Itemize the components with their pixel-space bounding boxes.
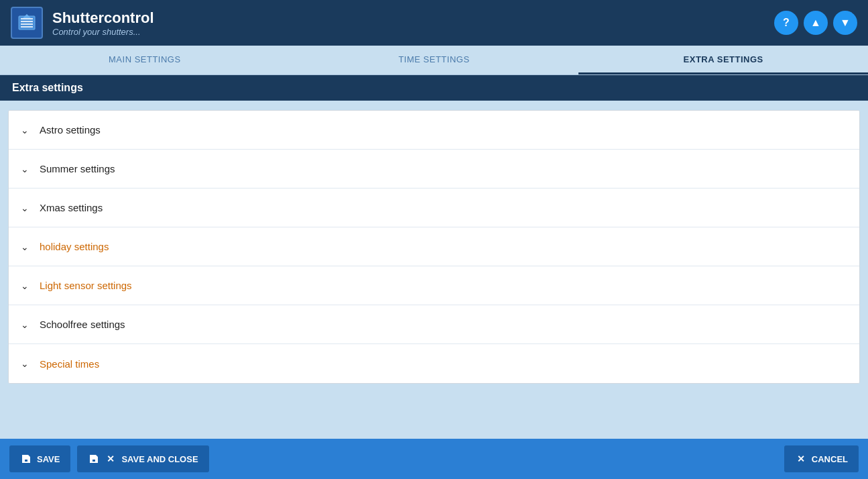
tab-main-settings[interactable]: MAIN SETTINGS (0, 46, 290, 74)
save-button[interactable]: SAVE (9, 445, 70, 472)
accordion-label-light-sensor: Light sensor settings (40, 280, 132, 291)
footer: SAVE ✕ SAVE AND CLOSE ✕ CANCEL (0, 439, 868, 479)
section-header: Extra settings (0, 75, 868, 101)
save-and-close-button[interactable]: ✕ SAVE AND CLOSE (77, 445, 208, 472)
accordion-item-special-times[interactable]: ⌄ Special times (9, 344, 859, 383)
cancel-button[interactable]: ✕ CANCEL (784, 445, 859, 472)
x-icon: ✕ (105, 453, 117, 465)
chevron-icon-holiday: ⌄ (21, 242, 29, 252)
accordion-item-xmas[interactable]: ⌄ Xmas settings (9, 189, 859, 227)
cancel-x-icon: ✕ (795, 453, 807, 465)
help-icon: ? (783, 17, 790, 29)
accordion-list: ⌄ Astro settings ⌄ Summer settings ⌄ Xma… (8, 110, 860, 384)
app-logo (11, 7, 43, 39)
cancel-label: CANCEL (812, 454, 848, 464)
app-subtitle: Control your shutters... (52, 27, 154, 37)
upload-icon: ▲ (810, 17, 821, 29)
accordion-item-schoolfree[interactable]: ⌄ Schoolfree settings (9, 305, 859, 344)
section-title: Extra settings (12, 82, 83, 93)
header-actions: ? ▲ ▼ (774, 11, 857, 35)
chevron-icon-xmas: ⌄ (21, 203, 29, 213)
chevron-icon-astro: ⌄ (21, 125, 29, 136)
svg-rect-4 (21, 26, 33, 28)
app-header: Shuttercontrol Control your shutters... … (0, 0, 868, 46)
save-close-icon (88, 453, 100, 465)
nav-tabs: MAIN SETTINGS TIME SETTINGS EXTRA SETTIN… (0, 46, 868, 75)
save-close-label: SAVE AND CLOSE (121, 454, 198, 464)
accordion-item-astro[interactable]: ⌄ Astro settings (9, 111, 859, 150)
download-button[interactable]: ▼ (833, 11, 857, 35)
chevron-icon-light-sensor: ⌄ (21, 280, 29, 291)
main-content: ⌄ Astro settings ⌄ Summer settings ⌄ Xma… (0, 101, 868, 464)
accordion-label-xmas: Xmas settings (40, 202, 103, 213)
accordion-label-schoolfree: Schoolfree settings (40, 319, 125, 330)
upload-button[interactable]: ▲ (804, 11, 828, 35)
tab-time-settings[interactable]: TIME SETTINGS (290, 46, 579, 74)
accordion-label-summer: Summer settings (40, 163, 115, 174)
accordion-item-holiday[interactable]: ⌄ holiday settings (9, 227, 859, 266)
chevron-icon-schoolfree: ⌄ (21, 319, 29, 330)
accordion-item-summer[interactable]: ⌄ Summer settings (9, 150, 859, 189)
footer-right-actions: ✕ CANCEL (784, 445, 859, 472)
accordion-label-holiday: holiday settings (40, 241, 109, 252)
footer-left-actions: SAVE ✕ SAVE AND CLOSE (9, 445, 209, 472)
header-left: Shuttercontrol Control your shutters... (11, 7, 154, 39)
app-title-block: Shuttercontrol Control your shutters... (52, 9, 154, 37)
chevron-icon-special-times: ⌄ (21, 358, 29, 369)
app-name: Shuttercontrol (52, 9, 154, 27)
accordion-item-light-sensor[interactable]: ⌄ Light sensor settings (9, 266, 859, 305)
save-label: SAVE (37, 454, 60, 464)
help-button[interactable]: ? (774, 11, 798, 35)
svg-rect-2 (21, 21, 33, 22)
svg-rect-3 (21, 23, 33, 25)
accordion-label-astro: Astro settings (40, 124, 101, 136)
tab-extra-settings[interactable]: EXTRA SETTINGS (578, 46, 868, 74)
accordion-label-special-times: Special times (40, 358, 99, 370)
chevron-icon-summer: ⌄ (21, 164, 29, 174)
download-icon: ▼ (840, 17, 851, 29)
svg-rect-1 (21, 18, 33, 19)
save-icon (20, 453, 32, 465)
